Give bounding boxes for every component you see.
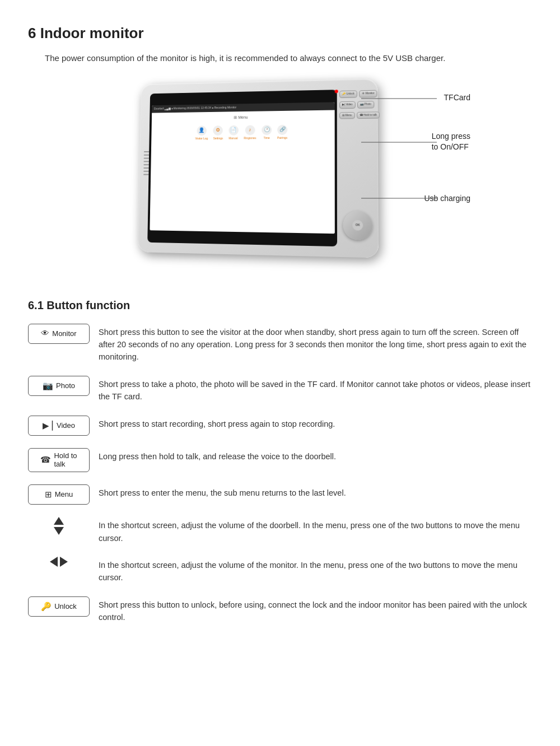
screen-bezel: Doorbell ▂▄▆ ● Monitoring 2020/05/01 12:…: [147, 90, 337, 246]
hw-unlock-btn: 🔑 Unlock: [339, 90, 357, 98]
btn-func-unlock: 🔑 Unlock Short press this button to unlo…: [28, 596, 532, 624]
video-label: Video: [57, 420, 75, 431]
btn-func-monitor: 👁 Monitor Short press this button to see…: [28, 324, 532, 363]
updown-desc: In the shortcut screen, adjust the volum…: [99, 517, 532, 544]
btn-func-hold-to-talk: ☎ Hold totalk Long press then hold to ta…: [28, 448, 532, 472]
menu-item-ringtones: ♪ Ringtones: [244, 124, 256, 139]
menu-label-ringtones: Ringtones: [244, 136, 256, 140]
menu-item-visitor: 👤 Visitor Log: [195, 125, 208, 140]
nav-ok-btn: OK: [352, 220, 363, 230]
btn-func-updown: In the shortcut screen, adjust the volum…: [28, 517, 532, 544]
arrow-down-icon: [54, 527, 64, 535]
menu-icon-ringtones: ♪: [245, 124, 255, 134]
photo-desc: Short press to take a photo, the photo w…: [99, 376, 532, 403]
menu-item-pairings: 🔗 Pairings: [277, 124, 287, 140]
menu-title: ⊞ Menu: [156, 113, 330, 122]
hw-photo-btn: 📷 Photo: [357, 100, 374, 108]
arrow-left-icon: [50, 557, 58, 567]
subsection-title: 6.1 Button function: [28, 297, 532, 314]
device-diagram: Doorbell ▂▄▆ ● Monitoring 2020/05/01 12:…: [28, 75, 532, 277]
updown-arrows: [28, 517, 90, 535]
btn-func-leftright: In the shortcut screen, adjust the volum…: [28, 557, 532, 584]
hold-to-talk-icon: ☎: [40, 455, 51, 465]
device-screen: Doorbell ▂▄▆ ● Monitoring 2020/05/01 12:…: [150, 102, 334, 234]
monitor-label: Monitor: [52, 328, 76, 339]
unlock-desc: Short press this button to unlock, befor…: [99, 596, 532, 624]
hold-to-talk-button-box: ☎ Hold totalk: [28, 448, 90, 472]
btn-row-mid2: ⊞ Menu ☎ Hold to talk: [339, 111, 376, 119]
video-icon: ▶⎥: [43, 419, 54, 432]
annotation-longpress: Long pressto On/OFF: [432, 131, 470, 153]
monitor-icon: 👁: [41, 327, 49, 340]
leftright-arrows: [28, 557, 90, 567]
tfcard-label: TFCard: [444, 93, 470, 102]
device-wrapper: Doorbell ▂▄▆ ● Monitoring 2020/05/01 12:…: [90, 75, 470, 277]
menu-label-time: Time: [264, 136, 270, 140]
btn-func-menu: ⊞ Menu Short press to enter the menu, th…: [28, 484, 532, 505]
leftright-desc: In the shortcut screen, adjust the volum…: [99, 557, 532, 584]
menu-item-manual: 📄 Manual: [228, 125, 239, 140]
menu-button-box: ⊞ Menu: [28, 484, 90, 505]
usb-label: Usb charging: [424, 194, 471, 203]
side-buttons: 🔑 Unlock 👁 Monitor ▶| Video 📷 Photo ⊞ Me…: [339, 90, 376, 119]
video-button-box: ▶⎥ Video: [28, 416, 90, 436]
btn-row-mid1: ▶| Video 📷 Photo: [339, 100, 376, 108]
menu-icon-visitor: 👤: [197, 125, 206, 135]
menu-item-settings: ⚙ Settings: [213, 125, 223, 140]
hw-hold-btn: ☎ Hold to talk: [356, 111, 380, 119]
photo-label: Photo: [56, 380, 75, 391]
longpress-label: Long pressto On/OFF: [432, 132, 470, 152]
hw-video-btn: ▶| Video: [339, 101, 356, 108]
menu-label-settings: Settings: [213, 136, 223, 141]
menu-label-pairings: Pairings: [277, 136, 287, 140]
arrow-up-icon: [54, 517, 64, 525]
menu-label-visitor: Visitor Log: [195, 136, 208, 141]
annotation-usb: Usb charging: [424, 193, 471, 204]
section-title: 6 Indoor monitor: [28, 22, 532, 44]
menu-icon-settings: ⚙: [213, 125, 223, 135]
btn-row-top: 🔑 Unlock 👁 Monitor: [339, 90, 376, 97]
hw-monitor-btn: 👁 Monitor: [359, 90, 377, 97]
photo-icon: 📷: [43, 380, 53, 393]
annotation-tfcard: TFCard: [444, 92, 470, 104]
device-body: Doorbell ▂▄▆ ● Monitoring 2020/05/01 12:…: [138, 78, 379, 258]
menu-label-manual: Manual: [229, 136, 238, 141]
vertical-arrows: [54, 517, 64, 535]
nav-circle: OK: [343, 211, 372, 240]
menu-icons-row: 👤 Visitor Log ⚙ Settings 📄 Manual: [156, 124, 330, 141]
unlock-icon: 🔑: [41, 600, 52, 613]
menu-icon: ⊞: [45, 488, 52, 501]
screen-menu-area: ⊞ Menu 👤 Visitor Log ⚙ Settings: [150, 110, 334, 234]
unlock-label: Unlock: [54, 601, 77, 612]
hw-menu-btn: ⊞ Menu: [339, 111, 355, 119]
button-function-section: 6.1 Button function 👁 Monitor Short pres…: [28, 297, 532, 624]
red-indicator-dot: [335, 90, 338, 93]
menu-icon-manual: 📄: [228, 125, 239, 135]
menu-item-time: 🕐 Time: [262, 124, 272, 140]
intro-text: The power consumption of the monitor is …: [28, 52, 532, 65]
video-desc: Short press to start recording, short pr…: [99, 416, 532, 430]
menu-desc: Short press to enter the menu, the sub m…: [99, 484, 532, 499]
unlock-button-box: 🔑 Unlock: [28, 596, 90, 617]
hold-to-talk-desc: Long press then hold to talk, and releas…: [99, 448, 532, 463]
btn-func-photo: 📷 Photo Short press to take a photo, the…: [28, 376, 532, 403]
hold-to-talk-label: Hold totalk: [54, 451, 77, 469]
menu-icon-pairings: 🔗: [277, 124, 287, 134]
menu-icon-time: 🕐: [262, 124, 272, 134]
menu-label: Menu: [55, 489, 73, 500]
photo-button-box: 📷 Photo: [28, 376, 90, 396]
monitor-desc: Short press this button to see the visit…: [99, 324, 532, 363]
horizontal-arrows: [50, 557, 68, 567]
btn-func-video: ▶⎥ Video Short press to start recording,…: [28, 416, 532, 436]
monitor-button-box: 👁 Monitor: [28, 324, 90, 344]
arrow-right-icon: [60, 557, 68, 567]
